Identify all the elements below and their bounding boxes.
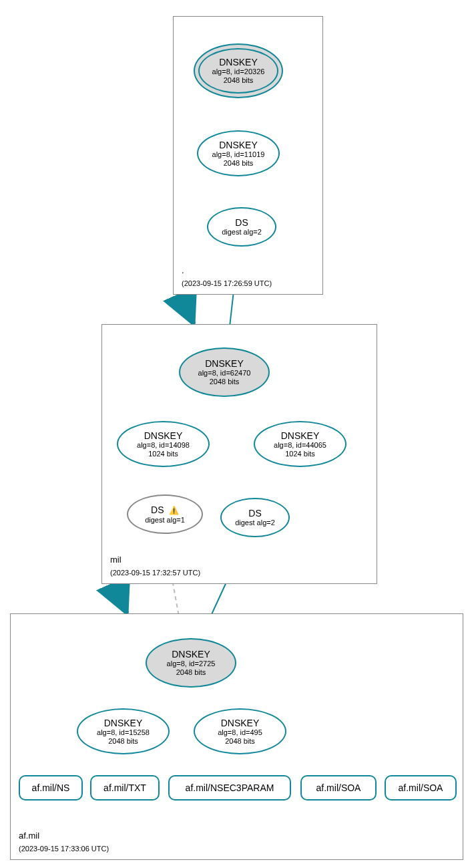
warning-icon: ⚠️	[169, 507, 179, 516]
rrset-ns: af.mil/NS	[19, 775, 83, 801]
zone-afmil-timestamp: (2023-09-15 17:33:06 UTC)	[19, 845, 109, 853]
node-title: DNSKEY	[104, 718, 143, 728]
node-title: DNSKEY	[221, 718, 260, 728]
node-mil-ds2: DS digest alg=2	[220, 498, 290, 537]
node-title-row: DS ⚠️	[151, 504, 179, 516]
node-line3: 2048 bits	[108, 737, 138, 746]
rrset-soa2: af.mil/SOA	[385, 775, 457, 801]
node-line2: alg=8, id=14098	[137, 441, 190, 450]
zone-mil-label: mil	[110, 555, 122, 565]
node-af-zsk1: DNSKEY alg=8, id=15258 2048 bits	[77, 708, 170, 754]
node-line2: alg=8, id=15258	[97, 728, 150, 737]
node-mil-ds1: DS ⚠️ digest alg=1	[127, 494, 203, 534]
node-line2: alg=8, id=44065	[274, 441, 326, 450]
rrset-nsec: af.mil/NSEC3PARAM	[168, 775, 291, 801]
node-mil-zsk2: DNSKEY alg=8, id=44065 1024 bits	[254, 421, 346, 467]
rrset-soa1: af.mil/SOA	[300, 775, 377, 801]
node-line2: digest alg=2	[235, 519, 275, 527]
node-title: DS	[248, 508, 261, 519]
node-root-zsk: DNSKEY alg=8, id=11019 2048 bits	[197, 130, 280, 176]
node-af-ksk: DNSKEY alg=8, id=2725 2048 bits	[146, 638, 236, 688]
node-af-zsk2: DNSKEY alg=8, id=495 2048 bits	[194, 708, 286, 754]
zone-root-label: .	[182, 265, 184, 275]
node-title: DNSKEY	[219, 57, 258, 67]
node-title: DNSKEY	[281, 430, 320, 441]
node-title: DS	[151, 504, 164, 515]
node-line2: alg=8, id=20326	[212, 67, 265, 76]
node-line2: alg=8, id=2725	[167, 660, 216, 668]
node-line3: 2048 bits	[176, 668, 206, 677]
zone-afmil-label: af.mil	[19, 831, 39, 841]
node-root-ds: DS digest alg=2	[207, 207, 276, 247]
node-title: DNSKEY	[219, 140, 258, 150]
zone-root-timestamp: (2023-09-15 17:26:59 UTC)	[182, 279, 272, 287]
node-title: DNSKEY	[144, 430, 183, 441]
node-title: DNSKEY	[172, 649, 210, 660]
node-mil-zsk1: DNSKEY alg=8, id=14098 1024 bits	[117, 421, 210, 467]
node-line3: 2048 bits	[224, 76, 254, 85]
node-mil-ksk: DNSKEY alg=8, id=62470 2048 bits	[179, 347, 270, 397]
node-root-ksk: DNSKEY alg=8, id=20326 2048 bits	[194, 43, 283, 98]
node-line3: 2048 bits	[224, 159, 254, 168]
node-line2: alg=8, id=11019	[212, 150, 265, 159]
node-line3: 1024 bits	[148, 450, 178, 458]
node-title: DS	[235, 217, 248, 228]
node-line2: digest alg=1	[145, 516, 185, 525]
diagram-canvas: . (2023-09-15 17:26:59 UTC) mil (2023-09…	[0, 0, 472, 868]
rrset-txt: af.mil/TXT	[90, 775, 160, 801]
node-line2: alg=8, id=495	[218, 728, 262, 737]
node-line2: alg=8, id=62470	[198, 369, 251, 378]
node-line3: 2048 bits	[225, 737, 255, 746]
zone-mil-timestamp: (2023-09-15 17:32:57 UTC)	[110, 569, 200, 577]
node-line2: digest alg=2	[222, 228, 262, 237]
node-line3: 1024 bits	[285, 450, 315, 458]
node-title: DNSKEY	[205, 358, 244, 369]
node-line3: 2048 bits	[210, 378, 240, 386]
